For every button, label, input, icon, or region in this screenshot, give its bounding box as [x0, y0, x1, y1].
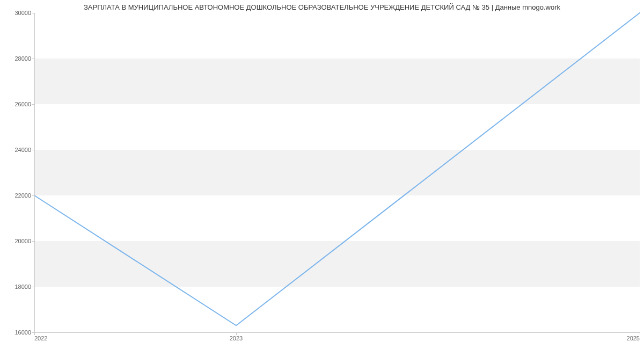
- y-tick-label: 28000: [4, 55, 31, 62]
- x-tick-label: 2022: [34, 335, 67, 341]
- y-tick-mark: [32, 150, 34, 150]
- chart-title: ЗАРПЛАТА В МУНИЦИПАЛЬНОЕ АВТОНОМНОЕ ДОШК…: [0, 3, 644, 11]
- x-tick-mark: [34, 332, 35, 335]
- y-tick-mark: [32, 287, 34, 287]
- y-tick-mark: [32, 59, 34, 59]
- y-tick-label: 26000: [4, 101, 31, 107]
- y-tick-label: 16000: [4, 329, 31, 336]
- x-tick-label: 2023: [220, 335, 252, 341]
- y-tick-label: 24000: [4, 147, 31, 153]
- x-tick-label: 2025: [608, 335, 640, 341]
- y-tick-mark: [32, 13, 34, 13]
- x-tick-mark: [640, 332, 640, 335]
- y-axis-line: [34, 13, 35, 332]
- x-axis-line: [34, 332, 640, 333]
- y-tick-mark: [32, 195, 34, 196]
- x-tick-mark: [236, 332, 237, 335]
- salary-line-chart: ЗАРПЛАТА В МУНИЦИПАЛЬНОЕ АВТОНОМНОЕ ДОШК…: [0, 0, 644, 349]
- plot-area: [34, 13, 640, 332]
- series-line: [34, 13, 640, 332]
- y-tick-label: 30000: [4, 10, 31, 16]
- y-tick-label: 22000: [4, 192, 31, 199]
- y-tick-label: 18000: [4, 283, 31, 290]
- y-tick-mark: [32, 241, 34, 242]
- y-tick-label: 20000: [4, 238, 31, 244]
- y-tick-mark: [32, 104, 34, 105]
